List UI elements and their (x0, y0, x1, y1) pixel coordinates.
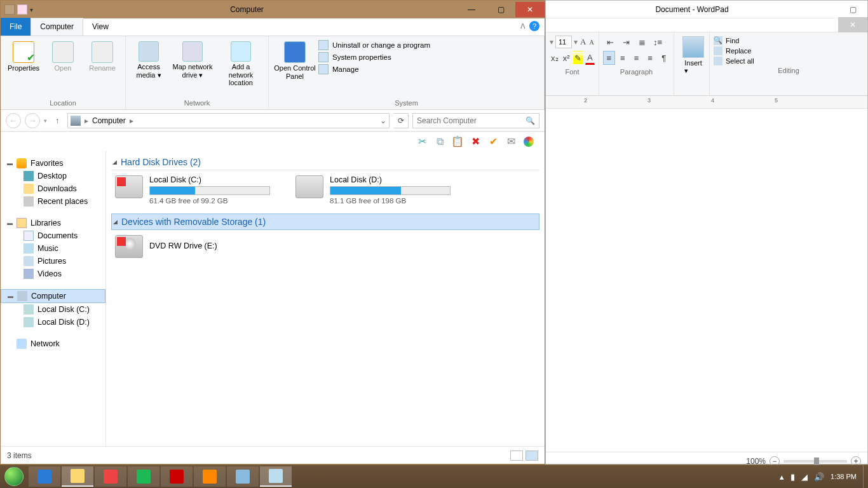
zoom-slider[interactable] (783, 460, 847, 463)
help-icon[interactable]: ? (529, 21, 539, 31)
mail-icon[interactable]: ✉ (505, 136, 517, 147)
explorer-titlebar[interactable]: ▾ Computer — ▢ ✕ (1, 1, 545, 18)
address-bar[interactable]: ▸ Computer ▸ ⌄ (67, 113, 390, 128)
start-button[interactable] (0, 465, 28, 488)
close-button[interactable]: ✕ (838, 17, 867, 32)
open-control-panel-button[interactable]: Open Control Panel (273, 39, 317, 98)
insert-button[interactable]: Insert▾ (678, 35, 709, 76)
tab-view[interactable]: View (83, 18, 118, 36)
superscript-button[interactable]: x² (562, 51, 572, 65)
find-button[interactable]: 🔍Find (714, 36, 864, 45)
nav-downloads[interactable]: Downloads (1, 182, 105, 195)
nav-libraries[interactable]: ▬Libraries (1, 217, 105, 229)
battery-icon[interactable]: ▮ (790, 472, 795, 482)
breadcrumb-separator-icon[interactable]: ▸ (130, 116, 133, 125)
uninstall-program-button[interactable]: Uninstall or change a program (318, 40, 430, 50)
taskbar-opera[interactable] (161, 466, 193, 487)
taskbar-vlc[interactable] (194, 466, 226, 487)
manage-button[interactable]: Manage (318, 64, 430, 74)
nav-videos[interactable]: Videos (1, 268, 105, 280)
highlight-button[interactable]: ✎ (573, 51, 583, 65)
align-center-button[interactable]: ≡ (617, 51, 629, 65)
taskbar-chrome[interactable] (95, 466, 126, 487)
taskbar-ie[interactable] (29, 466, 60, 487)
tab-computer[interactable]: Computer (31, 18, 83, 36)
bullets-button[interactable]: ≣ (635, 35, 649, 49)
tray-expand-icon[interactable]: ▴ (780, 472, 784, 482)
nav-back-button[interactable]: ← (6, 113, 21, 128)
taskbar-explorer[interactable] (62, 466, 93, 487)
nav-disk-d[interactable]: Local Disk (D:) (1, 316, 105, 329)
drive-c[interactable]: Local Disk (C:) 61.4 GB free of 99.2 GB (115, 175, 280, 205)
add-location-button[interactable]: Add a network location (217, 39, 264, 98)
open-button[interactable]: Open (44, 39, 82, 98)
copy-icon[interactable]: ⧉ (434, 136, 445, 147)
ribbon-collapse-icon[interactable]: ⴷ (520, 22, 526, 30)
check-icon[interactable]: ✔ (487, 136, 499, 147)
shrink-font-button[interactable]: A (588, 35, 595, 49)
decrease-indent-button[interactable]: ⇤ (603, 35, 617, 49)
tab-file[interactable]: File (1, 18, 31, 36)
search-input[interactable] (417, 116, 522, 125)
document-area[interactable] (546, 109, 867, 452)
wifi-icon[interactable]: ◢ (801, 472, 808, 482)
taskbar-app-green[interactable] (128, 466, 159, 487)
grow-font-button[interactable]: A (580, 35, 587, 49)
replace-button[interactable]: Replace (714, 46, 864, 55)
maximize-button[interactable]: ▢ (486, 2, 515, 17)
nav-pictures[interactable]: Pictures (1, 255, 105, 268)
view-details-button[interactable] (510, 451, 523, 461)
computer-icon[interactable] (4, 4, 15, 15)
wordpad-titlebar[interactable]: Document - WordPad — ▢ ✕ (546, 1, 867, 18)
taskbar-app1[interactable] (227, 466, 259, 487)
category-removable[interactable]: ◢Devices with Removable Storage (1) (111, 214, 539, 230)
justify-button[interactable]: ≡ (644, 51, 656, 65)
new-folder-icon[interactable] (17, 4, 27, 15)
view-tiles-button[interactable] (526, 451, 538, 461)
refresh-button[interactable]: ⟳ (393, 113, 409, 128)
nav-network[interactable]: ▬Network (1, 337, 105, 350)
nav-forward-button[interactable]: → (25, 113, 40, 128)
search-icon[interactable]: 🔍 (526, 116, 535, 125)
breadcrumb-separator-icon[interactable]: ▸ (85, 116, 88, 125)
volume-icon[interactable]: 🔊 (814, 472, 824, 482)
access-media-button[interactable]: Access media ▾ (130, 39, 168, 98)
paste-icon[interactable]: 📋 (452, 136, 463, 147)
minimize-button[interactable]: — (457, 2, 486, 17)
nav-computer[interactable]: ▬Computer (1, 289, 105, 303)
nav-music[interactable]: Music (1, 242, 105, 255)
burn-icon[interactable] (523, 136, 534, 147)
line-spacing-button[interactable]: ↕≡ (651, 35, 665, 49)
select-all-button[interactable]: Select all (714, 57, 864, 65)
search-box[interactable]: 🔍 (412, 113, 539, 128)
subscript-button[interactable]: x₂ (550, 51, 560, 65)
address-dropdown-icon[interactable]: ⌄ (380, 116, 386, 125)
qat-dropdown-icon[interactable]: ▾ (30, 6, 33, 13)
font-size-input[interactable] (555, 36, 572, 48)
taskbar-wordpad[interactable] (260, 466, 292, 487)
nav-desktop[interactable]: Desktop (1, 170, 105, 182)
category-hdd[interactable]: ◢Hard Disk Drives (2) (111, 154, 539, 170)
align-right-button[interactable]: ≡ (630, 51, 642, 65)
nav-recent-places[interactable]: Recent places (1, 195, 105, 208)
close-button[interactable]: ✕ (515, 2, 545, 17)
maximize-button[interactable]: ▢ (838, 2, 867, 17)
nav-documents[interactable]: Documents (1, 229, 105, 242)
ruler[interactable]: 2 3 4 5 (546, 96, 867, 109)
paragraph-dialog-button[interactable]: ¶ (658, 51, 670, 65)
drive-d[interactable]: Local Disk (D:) 81.1 GB free of 198 GB (295, 175, 461, 205)
font-color-button[interactable]: A (585, 51, 595, 65)
breadcrumb-computer[interactable]: Computer (92, 116, 126, 125)
nav-disk-c[interactable]: Local Disk (C:) (1, 303, 105, 316)
align-left-button[interactable]: ≡ (603, 51, 615, 65)
increase-indent-button[interactable]: ⇥ (619, 35, 633, 49)
nav-history-dropdown[interactable]: ▾ (44, 118, 47, 124)
show-desktop-button[interactable] (863, 465, 868, 488)
cut-icon[interactable]: ✂ (416, 136, 428, 147)
clock[interactable]: 1:38 PM (831, 473, 857, 480)
system-properties-button[interactable]: System properties (318, 52, 430, 62)
delete-icon[interactable]: ✖ (470, 136, 481, 147)
rename-button[interactable]: Rename (83, 39, 121, 98)
nav-favorites[interactable]: ▬Favorites (1, 157, 105, 170)
properties-button[interactable]: ✔ Properties (4, 39, 43, 98)
